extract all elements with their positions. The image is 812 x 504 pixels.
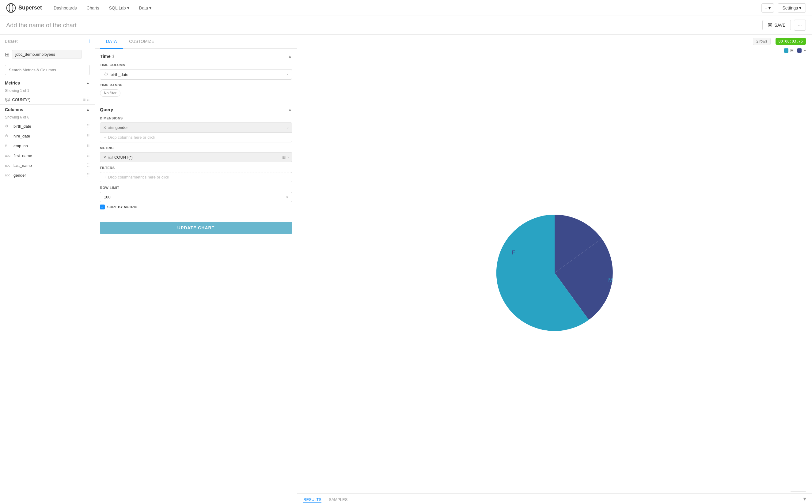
dataset-pill[interactable]: jdbc_demo.employees [12, 50, 82, 59]
time-column-select[interactable]: ⏱ birth_date › [100, 69, 292, 80]
logo-text: Superset [18, 5, 42, 11]
drag-handle-last[interactable]: ⠿ [87, 163, 90, 168]
metrics-showing-label: Showing 1 of 1 [0, 88, 95, 95]
nav-dashboards[interactable]: Dashboards [49, 4, 81, 12]
metrics-chevron-icon: ▲ [86, 81, 90, 85]
legend-item-m: M [784, 48, 794, 53]
time-column-arrow: › [287, 72, 288, 77]
more-button[interactable]: ··· [794, 20, 806, 31]
metric-label: METRIC [100, 146, 292, 150]
filters-label: FILTERS [100, 166, 292, 170]
query-section: Query ▲ DIMENSIONS ✕ abc gender › + Drop… [95, 102, 297, 217]
collapse-bottom-icon[interactable]: ▼ [802, 496, 807, 502]
dim-arrow-icon[interactable]: › [287, 126, 289, 130]
nav-sql-lab[interactable]: SQL Lab ▾ [105, 4, 134, 12]
time-column-value: birth_date [111, 72, 287, 77]
dataset-header: Dataset ⊣ [0, 35, 95, 48]
collapse-dataset-icon[interactable]: ⊣ [85, 38, 90, 44]
time-range-label: TIME RANGE [100, 83, 292, 87]
nav-links: Dashboards Charts SQL Lab ▾ Data ▾ [49, 4, 156, 12]
metric-fx-icon: f(x) [108, 156, 113, 159]
metric-count-star[interactable]: f(x) COUNT(*) ▦ ⠿ [0, 95, 95, 104]
dataset-label: Dataset [5, 39, 83, 43]
remove-dimension-icon[interactable]: ✕ [103, 126, 106, 130]
chart-bottom-tabs: RESULTS SAMPLES [303, 494, 806, 504]
chart-panel: 2 rows 00:00:03.76 M F [297, 35, 812, 504]
search-box-wrap [0, 62, 95, 78]
clock-icon-birth: ⏱ [5, 124, 11, 128]
time-range-no-filter[interactable]: No filter [100, 89, 120, 97]
drag-handle-gender[interactable]: ⠿ [87, 173, 90, 178]
legend-dot-f [797, 48, 802, 53]
tabs-row: DATA CUSTOMIZE [95, 35, 297, 49]
dataset-options-icon[interactable]: ⋮ [84, 51, 90, 58]
filters-drop-zone[interactable]: + Drop columns/metrics here or click [100, 172, 292, 182]
row-limit-select[interactable]: 100 ▾ [100, 192, 292, 202]
save-icon [768, 23, 772, 28]
column-hire-date[interactable]: ⏱ hire_date ⠿ [0, 131, 95, 141]
column-birth-date[interactable]: ⏱ birth_date ⠿ [0, 121, 95, 131]
dataset-name-row: ⊞ jdbc_demo.employees ⋮ [0, 48, 95, 62]
query-collapse-icon[interactable]: ▲ [288, 107, 292, 112]
column-gender[interactable]: abc gender ⠿ [0, 170, 95, 180]
left-panel: Dataset ⊣ ⊞ jdbc_demo.employees ⋮ Metric… [0, 35, 95, 504]
column-emp-no[interactable]: # emp_no ⠿ [0, 141, 95, 151]
pie-chart: F M [490, 209, 619, 337]
time-collapse-icon[interactable]: ▲ [288, 54, 292, 59]
tab-data[interactable]: DATA [100, 35, 123, 49]
metric-tag-name: COUNT(*) [114, 155, 282, 160]
tab-results[interactable]: RESULTS [303, 497, 321, 503]
scrollbar [791, 491, 806, 492]
legend-label-m: M [790, 48, 794, 53]
columns-chevron-icon: ▲ [86, 107, 90, 112]
drag-handle-icon[interactable]: ⠿ [87, 97, 90, 102]
time-section: Time ℹ ▲ TIME COLUMN ⏱ birth_date › TIME… [95, 49, 297, 102]
search-metrics-columns-input[interactable] [5, 65, 90, 75]
dimension-drop-zone[interactable]: + Drop columns here or click [100, 133, 292, 142]
legend-item-f: F [797, 48, 806, 53]
logo[interactable]: Superset [6, 3, 42, 13]
drag-handle-birth[interactable]: ⠿ [87, 124, 90, 129]
dimension-tag-gender[interactable]: ✕ abc gender › [100, 123, 292, 133]
metric-arrow-icon[interactable]: › [287, 155, 289, 160]
settings-button[interactable]: Settings ▾ [778, 3, 806, 13]
nav-charts[interactable]: Charts [82, 4, 104, 12]
row-limit-value: 100 [104, 195, 286, 199]
dim-type-icon: abc [108, 126, 114, 130]
tab-samples[interactable]: SAMPLES [329, 497, 347, 503]
update-chart-button[interactable]: UPDATE CHART [100, 222, 292, 234]
chart-title[interactable]: Add the name of the chart [6, 22, 762, 29]
abc-icon-last: abc [5, 164, 11, 167]
logo-icon [6, 3, 16, 13]
sort-by-metric-row: ✓ SORT BY METRIC [100, 202, 292, 212]
time-info-icon[interactable]: ℹ [112, 54, 114, 58]
save-button[interactable]: SAVE [762, 20, 791, 30]
rows-badge: 2 rows [753, 38, 770, 45]
add-button[interactable]: + ▾ [761, 3, 774, 13]
nav-data[interactable]: Data ▾ [135, 4, 156, 12]
tab-customize[interactable]: CUSTOMIZE [123, 35, 160, 49]
drag-handle-first[interactable]: ⠿ [87, 153, 90, 158]
drag-handle-hire[interactable]: ⠿ [87, 134, 90, 138]
fx-icon: f(x) [5, 97, 10, 102]
sort-by-metric-checkbox[interactable]: ✓ [100, 205, 105, 209]
time-section-title: Time ℹ [100, 54, 114, 59]
chart-area: F M [297, 56, 812, 490]
drag-handle-emp[interactable]: ⠿ [87, 143, 90, 148]
metric-table-action-icon[interactable]: ▦ [282, 155, 285, 160]
svg-rect-3 [768, 23, 772, 27]
column-first-name[interactable]: abc first_name ⠿ [0, 151, 95, 160]
metric-tag[interactable]: ✕ f(x) COUNT(*) ▦ › [100, 152, 292, 162]
legend-dot-m [784, 48, 788, 53]
scroll-indicator [297, 490, 812, 493]
remove-metric-icon[interactable]: ✕ [103, 155, 106, 160]
grid-icon[interactable]: ⊞ [5, 51, 9, 58]
metric-table-icon[interactable]: ▦ [82, 98, 85, 102]
columns-section-header[interactable]: Columns ▲ [0, 105, 95, 115]
row-limit-arrow: ▾ [286, 195, 288, 199]
metrics-title: Metrics [5, 81, 20, 85]
metrics-section-header[interactable]: Metrics ▲ [0, 78, 95, 88]
header-bar: Add the name of the chart SAVE ··· [0, 16, 812, 35]
timer-badge: 00:00:03.76 [776, 38, 806, 45]
column-last-name[interactable]: abc last_name ⠿ [0, 160, 95, 170]
